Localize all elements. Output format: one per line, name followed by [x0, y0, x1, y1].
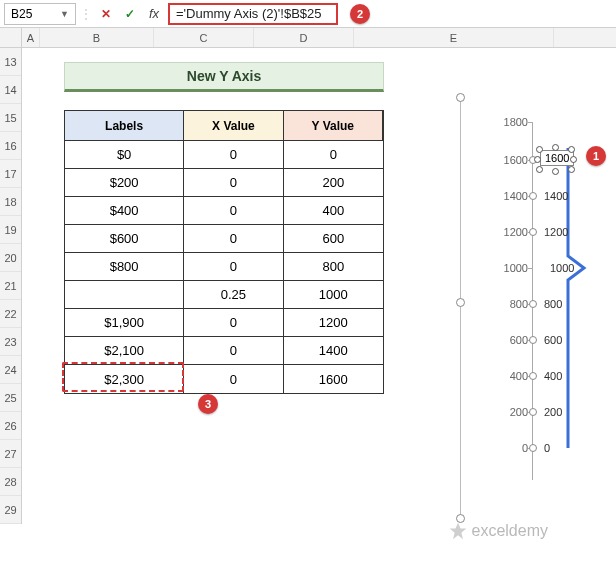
star-icon [448, 521, 468, 541]
table-row: $8000800 [65, 253, 383, 281]
table-row: $2,10001400 [65, 337, 383, 365]
row-headers: 13 14 15 16 17 18 19 20 21 22 23 24 25 2… [0, 48, 22, 524]
watermark: exceldemy [448, 521, 548, 541]
axis-tick: 1000 [496, 262, 528, 274]
table-row: $000 [65, 141, 383, 169]
table-row: 0.251000 [65, 281, 383, 309]
data-point[interactable] [529, 336, 537, 344]
column-headers: A B C D E [0, 28, 616, 48]
row-header[interactable]: 27 [0, 440, 21, 468]
row-header[interactable]: 23 [0, 328, 21, 356]
separator: ⋮ [80, 7, 92, 21]
row-header[interactable]: 21 [0, 272, 21, 300]
row-header[interactable]: 25 [0, 384, 21, 412]
data-table: Labels X Value Y Value $000 $2000200 $40… [64, 110, 384, 394]
data-point[interactable] [529, 444, 537, 452]
col-yvalue: Y Value [284, 111, 383, 141]
data-label[interactable]: 800 [544, 298, 562, 310]
series-line[interactable] [566, 122, 606, 482]
row-header[interactable]: 24 [0, 356, 21, 384]
row-header[interactable]: 15 [0, 104, 21, 132]
data-label[interactable]: 1000 [550, 262, 574, 274]
data-point[interactable] [529, 300, 537, 308]
row-header[interactable]: 14 [0, 76, 21, 104]
col-xvalue: X Value [184, 111, 283, 141]
data-label[interactable]: 0 [544, 442, 550, 454]
data-point[interactable] [529, 408, 537, 416]
select-all-corner[interactable] [0, 28, 22, 47]
axis-tick: 0 [496, 442, 528, 454]
data-label[interactable]: 400 [544, 370, 562, 382]
axis-tick: 1400 [496, 190, 528, 202]
axis-tick: 600 [496, 334, 528, 346]
col-header-E[interactable]: E [354, 28, 554, 47]
formula-text: ='Dummy Axis (2)'!$B$25 [176, 6, 322, 21]
axis-tick: 200 [496, 406, 528, 418]
callout-badge-1: 1 [586, 146, 606, 166]
table-row: $4000400 [65, 197, 383, 225]
row-header[interactable]: 22 [0, 300, 21, 328]
row-header[interactable]: 16 [0, 132, 21, 160]
row-header[interactable]: 28 [0, 468, 21, 496]
row-header[interactable]: 26 [0, 412, 21, 440]
data-point[interactable] [529, 372, 537, 380]
data-label[interactable]: 200 [544, 406, 562, 418]
fx-icon[interactable]: fx [144, 4, 164, 24]
data-label[interactable]: 1200 [544, 226, 568, 238]
callout-badge-3: 3 [198, 394, 218, 414]
table-row: $2,30001600 [65, 365, 383, 393]
name-box-value: B25 [11, 7, 32, 21]
callout-badge-2: 2 [350, 4, 370, 24]
section-title: New Y Axis [64, 62, 384, 92]
table-row: $2000200 [65, 169, 383, 197]
row-header[interactable]: 17 [0, 160, 21, 188]
row-header[interactable]: 29 [0, 496, 21, 524]
data-point[interactable] [529, 192, 537, 200]
formula-input[interactable]: ='Dummy Axis (2)'!$B$25 [168, 3, 338, 25]
table-row: $1,90001200 [65, 309, 383, 337]
row-header[interactable]: 18 [0, 188, 21, 216]
axis-tick: 1200 [496, 226, 528, 238]
data-point[interactable] [529, 228, 537, 236]
row-header[interactable]: 19 [0, 216, 21, 244]
axis-tick: 400 [496, 370, 528, 382]
col-header-D[interactable]: D [254, 28, 354, 47]
formula-bar: B25 ▼ ⋮ ✕ ✓ fx ='Dummy Axis (2)'!$B$25 2 [0, 0, 616, 28]
col-labels: Labels [65, 111, 184, 141]
accept-icon[interactable]: ✓ [120, 4, 140, 24]
data-label[interactable]: 600 [544, 334, 562, 346]
chevron-down-icon[interactable]: ▼ [60, 9, 69, 19]
col-header-B[interactable]: B [40, 28, 154, 47]
cancel-icon[interactable]: ✕ [96, 4, 116, 24]
col-header-C[interactable]: C [154, 28, 254, 47]
svg-marker-0 [449, 523, 466, 540]
axis-tick: 1600 [496, 154, 528, 166]
name-box[interactable]: B25 ▼ [4, 3, 76, 25]
row-header[interactable]: 20 [0, 244, 21, 272]
axis-tick: 800 [496, 298, 528, 310]
data-label[interactable]: 1400 [544, 190, 568, 202]
table-row: $6000600 [65, 225, 383, 253]
row-header[interactable]: 13 [0, 48, 21, 76]
axis-tick: 1800 [496, 116, 528, 128]
col-header-A[interactable]: A [22, 28, 40, 47]
embedded-chart[interactable]: 1800 1600 1400 1200 1000 800 600 400 200… [468, 110, 616, 510]
